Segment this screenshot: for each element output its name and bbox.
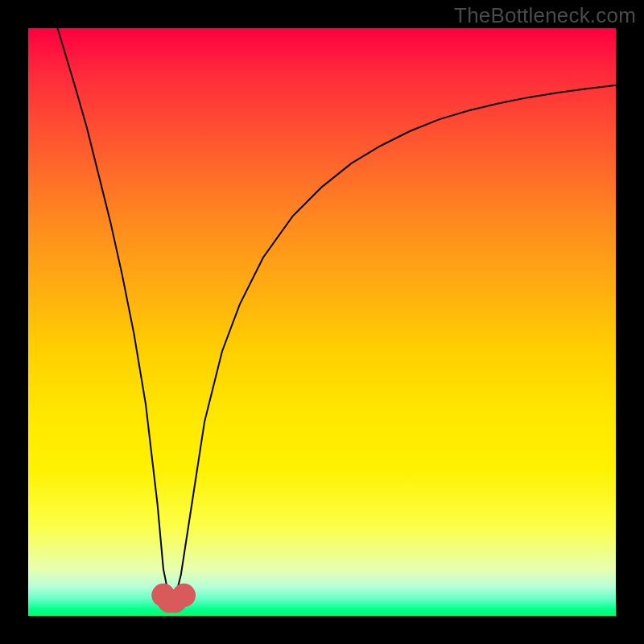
min-marker-d [172,584,196,607]
bottleneck-curve-path [58,28,617,598]
chart-frame: TheBottleneck.com [0,0,644,644]
min-markers [151,584,196,613]
plot-area [28,28,616,616]
watermark-text: TheBottleneck.com [454,3,636,28]
curve-svg [28,28,616,616]
